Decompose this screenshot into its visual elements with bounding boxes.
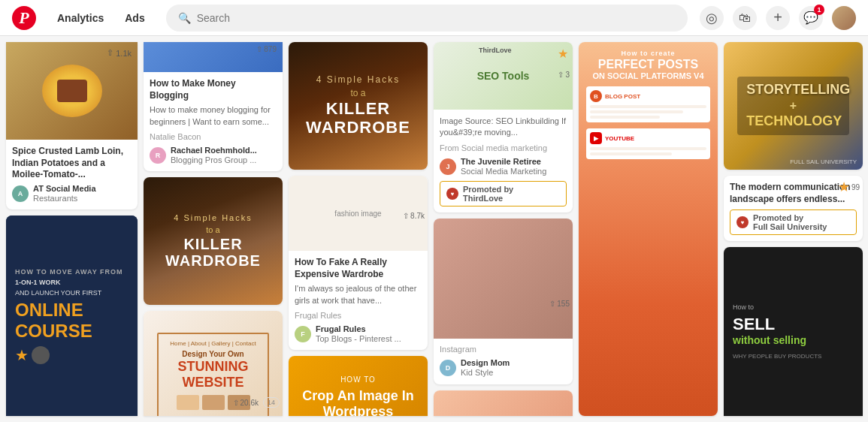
user-name: Design Mom — [461, 358, 510, 368]
grid-col-0: ⇧1.1k Spice Crusted Lamb Loin, Indian Po… — [6, 42, 138, 416]
pin-source: Natalie Bacon — [150, 132, 277, 141]
pin-seo-tools[interactable]: SEO Tools ★ ThirdLove ⇧3 Image Source: S… — [434, 42, 573, 213]
pin-storytelling[interactable]: STORYTELLING + TECHNOLOGY FULL SAIL UNIV… — [724, 42, 863, 170]
user-name: The Juvenile Retiree — [461, 157, 546, 167]
pin-social-stripe[interactable] — [434, 390, 573, 416]
pin-lamb[interactable]: ⇧1.1k Spice Crusted Lamb Loin, Indian Po… — [6, 42, 138, 209]
user-avatar: R — [150, 147, 166, 164]
user-avatar: A — [12, 185, 29, 202]
avatar[interactable] — [832, 6, 856, 30]
user-avatar: D — [440, 360, 456, 376]
user-board: Blogging Pros Group ... — [171, 155, 257, 165]
add-icon[interactable]: + — [766, 6, 790, 30]
pin-desc: I'm always so jealous of the other girls… — [295, 283, 422, 306]
user-board: Social Media Marketing — [461, 167, 546, 176]
user-name: Frugal Rules — [316, 324, 401, 334]
bag-icon[interactable]: 🛍 — [733, 6, 757, 30]
pin-user: D Design Mom Kid Style — [440, 358, 567, 378]
pin-fake-wardrobe[interactable]: fashion image ⇧8.7k How To Fake A Really… — [289, 176, 428, 350]
pin-social-platforms[interactable]: How to create PERFECT POSTS ON SOCIAL PL… — [579, 42, 718, 416]
pin-online-course[interactable]: HOW TO MOVE AWAY FROM 1-ON-1 WORK AND LA… — [6, 216, 138, 416]
pin-wix-website[interactable]: Home | About | Gallery | Contact Design … — [144, 311, 283, 416]
user-avatar: F — [295, 326, 311, 342]
pin-title: How to Make Money Blogging — [150, 78, 277, 101]
promoted-badge: ♥ Promoted by Full Sail University — [730, 209, 857, 235]
pin-user: A AT Social Media Restaurants — [12, 184, 132, 203]
pin-user: F Frugal Rules Top Blogs - Pinterest ... — [295, 324, 422, 344]
search-icon: 🔍 — [178, 12, 191, 24]
nav-analytics[interactable]: Analytics — [48, 8, 113, 29]
user-name: Rachael Roehmhold... — [171, 146, 257, 155]
pin-grid: ⇧1.1k Spice Crusted Lamb Loin, Indian Po… — [0, 36, 868, 422]
grid-col-4: How to create PERFECT POSTS ON SOCIAL PL… — [579, 42, 718, 416]
pin-crop-wordpress[interactable]: HOW TO Crop An Image In Wordpress — [289, 356, 428, 416]
promoted-text: Promoted by — [463, 185, 513, 194]
main-content: ⇧1.1k Spice Crusted Lamb Loin, Indian Po… — [0, 0, 868, 422]
compass-icon[interactable]: ◎ — [700, 6, 724, 30]
promoted-by: Full Sail University — [753, 222, 827, 231]
grid-col-5: STORYTELLING + TECHNOLOGY FULL SAIL UNIV… — [724, 42, 863, 416]
pin-money-blog[interactable]: ⇧879 How to Make Money Blogging How to m… — [144, 42, 283, 171]
pin-killer-wardrobe-img[interactable]: 4 Simple Hacks to a KILLER WARDROBE — [144, 177, 283, 305]
pin-title: Spice Crusted Lamb Loin, Indian Potatoes… — [12, 146, 132, 181]
pin-desc: Image Source: SEO Linkbuilding If you&#3… — [440, 116, 567, 139]
grid-col-1: ⇧879 How to Make Money Blogging How to m… — [144, 42, 283, 416]
pin-killer-wardrobe-large[interactable]: 4 Simple Hacks to a KILLER WARDROBE — [289, 42, 428, 170]
pin-user: J The Juvenile Retiree Social Media Mark… — [440, 157, 567, 176]
pin-source: From Social media marketing — [440, 143, 567, 152]
user-name: AT Social Media — [33, 184, 96, 194]
header-icons: ◎ 🛍 + 💬 1 — [700, 6, 856, 30]
pin-title: How To Fake A Really Expensive Wardrobe — [295, 257, 422, 280]
pin-girl-photo[interactable]: ⇧155 Instagram D Design Mom Kid Style — [434, 219, 573, 384]
user-board: Restaurants — [33, 194, 96, 203]
notifications-icon[interactable]: 💬 1 — [799, 6, 823, 30]
pin-desc: How to make money blogging for beginners… — [150, 104, 277, 128]
pin-source: Frugal Rules — [295, 311, 422, 320]
nav-ads[interactable]: Ads — [116, 8, 153, 29]
grid-col-3: SEO Tools ★ ThirdLove ⇧3 Image Source: S… — [434, 42, 573, 416]
promoted-by: ThirdLove — [463, 194, 513, 203]
pin-source: Instagram — [440, 345, 567, 354]
notification-badge: 1 — [814, 5, 824, 15]
save-count: ⇧1.1k — [107, 48, 132, 58]
header-nav: Analytics Ads — [48, 8, 154, 29]
header: P Analytics Ads 🔍 ◎ 🛍 + 💬 1 — [0, 0, 868, 36]
pin-sell[interactable]: How to SELL without selling WHY PEOPLE B… — [724, 247, 863, 416]
pinterest-logo[interactable]: P — [12, 6, 36, 30]
promoted-badge: ♥ Promoted by ThirdLove — [440, 181, 567, 206]
promoted-text: Promoted by — [753, 213, 827, 222]
search-input[interactable] — [197, 12, 676, 24]
sell-subtitle: WHY PEOPLE BUY PRODUCTS — [733, 353, 854, 360]
user-board: Kid Style — [461, 368, 510, 378]
user-board: Top Blogs - Pinterest ... — [316, 334, 401, 344]
user-avatar: J — [440, 158, 456, 175]
search-bar: 🔍 — [166, 5, 688, 32]
pin-user: R Rachael Roehmhold... Blogging Pros Gro… — [150, 146, 277, 165]
pin-full-sail-promoted[interactable]: ★ 99 The modern communication landscape … — [724, 176, 863, 241]
grid-col-2: 4 Simple Hacks to a KILLER WARDROBE fash… — [289, 42, 428, 416]
